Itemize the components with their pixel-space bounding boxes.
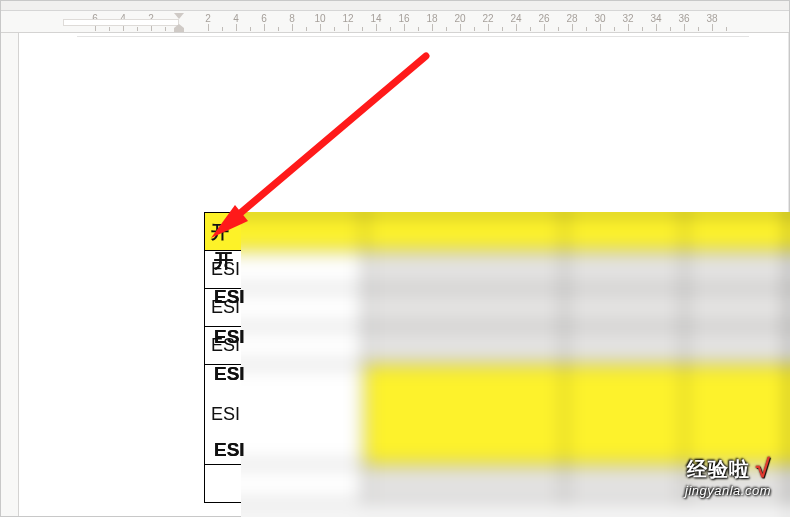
watermark-text: 经验啦 (687, 456, 750, 483)
header-separator (77, 36, 749, 37)
toolbar-strip (1, 1, 789, 11)
ruler-number: 38 (706, 13, 717, 24)
watermark-logo: 经验啦 √ jingyanla.com (591, 454, 771, 502)
hanging-indent-marker[interactable] (174, 24, 184, 32)
table-row-label: ESI (214, 326, 245, 348)
ruler-number: 32 (622, 13, 633, 24)
app-frame: 6422468101214161820222426283032343638 开 … (0, 0, 790, 517)
ruler-number: 20 (454, 13, 465, 24)
first-line-indent-marker[interactable] (174, 13, 184, 19)
watermark-url: jingyanla.com (591, 483, 771, 498)
horizontal-ruler[interactable]: 6422468101214161820222426283032343638 (1, 11, 789, 33)
table-row-label: ESI (214, 439, 245, 461)
ruler-number: 22 (482, 13, 493, 24)
ruler-number: 26 (538, 13, 549, 24)
ruler-negative-segment (63, 19, 179, 26)
ruler-number: 16 (398, 13, 409, 24)
ruler-number: 18 (426, 13, 437, 24)
table-row-label: ESI (214, 286, 245, 308)
svg-marker-0 (174, 24, 184, 32)
vertical-ruler[interactable] (1, 33, 19, 516)
ruler-number: 14 (370, 13, 381, 24)
ruler-number: 6 (261, 13, 267, 24)
check-icon: √ (756, 453, 771, 484)
ruler-number: 2 (205, 13, 211, 24)
table-header-text: 开 (214, 248, 233, 274)
ruler-number: 4 (233, 13, 239, 24)
table-row-label: ESI (214, 363, 245, 385)
ruler-number: 12 (342, 13, 353, 24)
ruler-number: 36 (678, 13, 689, 24)
ruler-number: 8 (289, 13, 295, 24)
ruler-number: 30 (594, 13, 605, 24)
ruler-number: 24 (510, 13, 521, 24)
ruler-number: 34 (650, 13, 661, 24)
ruler-number: 28 (566, 13, 577, 24)
ruler-number: 10 (314, 13, 325, 24)
